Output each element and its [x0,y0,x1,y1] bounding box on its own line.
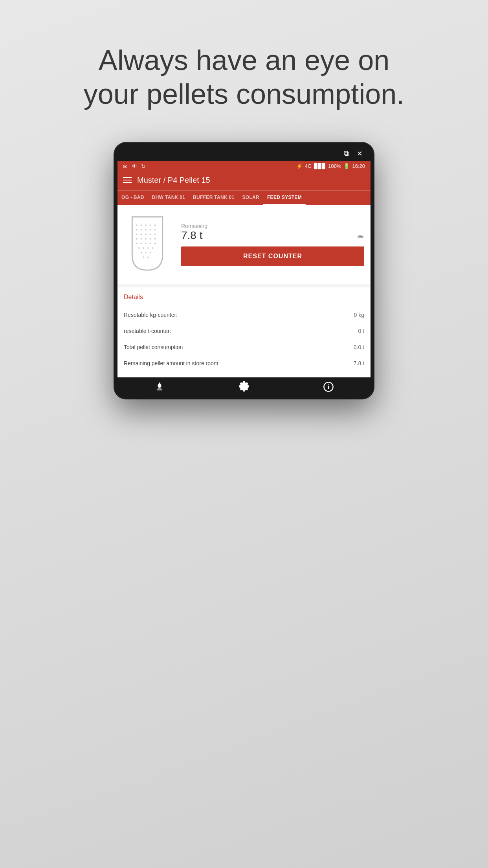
email-notification-icon: ✉ [123,163,128,169]
details-title: Details [124,294,364,301]
svg-rect-12 [145,234,147,235]
svg-rect-11 [141,234,142,235]
svg-rect-10 [136,234,138,235]
total-consumption-label: Total pellet consumption [124,344,341,350]
svg-rect-2 [145,224,147,226]
svg-rect-18 [150,238,151,240]
svg-rect-21 [141,243,142,244]
pellet-section: Remaining 7.8 t ✏ RESET COUNTER [117,205,371,284]
remaining-store-value: 7.8 t [341,360,364,366]
bottom-nav: i [117,377,371,395]
total-consumption-value: 0.0 t [341,344,364,350]
svg-rect-16 [141,238,142,240]
detail-row-total: Total pellet consumption 0.0 t [124,339,364,355]
svg-rect-32 [143,256,144,258]
svg-rect-17 [145,238,147,240]
remaining-value: 7.8 t [181,229,207,242]
details-section: Details Resetable kg-counter: 0 kg reset… [117,287,371,377]
bluetooth-icon: ⚡ [296,163,303,169]
svg-rect-14 [154,234,156,235]
detail-row-t: resetable t-counter: 0 t [124,323,364,339]
device-mockup: ⧉ ✕ ✉ 👁 ↻ ⚡ 4G ▉▉▉ 100% 🔋 16:20 [114,143,374,399]
svg-rect-30 [145,252,147,253]
tab-dhw-tank[interactable]: DHW TANK 01 [148,191,189,205]
svg-rect-24 [154,243,156,244]
external-link-button[interactable]: ⧉ [341,148,352,159]
close-window-button[interactable]: ✕ [354,148,365,159]
eye-icon: 👁 [132,163,137,169]
svg-rect-29 [141,252,142,253]
app-title: Muster / P4 Pellet 15 [137,176,210,185]
svg-rect-23 [150,243,151,244]
status-bar: ✉ 👁 ↻ ⚡ 4G ▉▉▉ 100% 🔋 16:20 [117,161,371,172]
device-top-bar: ⧉ ✕ [117,146,371,161]
svg-rect-22 [145,243,147,244]
tabs-container: OG - BAD DHW TANK 01 BUFFER TANK 01 SOLA… [117,190,371,205]
svg-rect-6 [141,229,142,230]
svg-rect-9 [154,229,156,230]
hamburger-line-2 [123,180,132,180]
app-bar: Muster / P4 Pellet 15 [117,172,371,190]
t-counter-value: 0 t [341,328,364,334]
svg-rect-20 [136,243,138,244]
device-screen: ✉ 👁 ↻ ⚡ 4G ▉▉▉ 100% 🔋 16:20 [117,161,371,395]
network-type: 4G [305,163,312,169]
svg-rect-26 [143,247,144,249]
clock: 16:20 [352,163,365,169]
sync-icon: ↻ [141,163,146,169]
battery-level: 100% [328,163,341,169]
pellet-info: Remaining 7.8 t ✏ RESET COUNTER [181,223,364,266]
detail-row-remaining: Remaining pellet amount in store room 7.… [124,355,364,371]
window-controls: ⧉ ✕ [341,148,365,159]
svg-rect-7 [145,229,147,230]
bottom-nav-settings[interactable] [202,381,286,392]
battery-icon: 🔋 [343,163,350,169]
remaining-label: Remaining [181,223,207,229]
svg-rect-4 [154,224,156,226]
svg-rect-0 [136,224,138,226]
hamburger-line-3 [123,182,132,183]
svg-rect-28 [152,247,154,249]
remaining-store-label: Remaining pellet amount in store room [124,360,341,366]
svg-rect-25 [138,247,140,249]
kg-counter-value: 0 kg [341,312,364,318]
bottom-nav-flame[interactable] [117,381,202,392]
tagline-line1: Always have an eye on [99,44,389,76]
tagline-line2: your pellets consumption. [84,78,404,110]
main-content: Remaining 7.8 t ✏ RESET COUNTER Details … [117,205,371,377]
svg-rect-15 [136,238,138,240]
signal-icon: ▉▉▉ [314,163,326,169]
reset-counter-button[interactable]: RESET COUNTER [181,246,364,266]
svg-rect-5 [136,229,138,230]
hamburger-line-1 [123,177,132,178]
svg-rect-3 [150,224,151,226]
status-right-info: ⚡ 4G ▉▉▉ 100% 🔋 16:20 [296,163,365,169]
pellet-bag-graphic [124,213,175,276]
svg-rect-1 [141,224,142,226]
svg-rect-13 [150,234,151,235]
status-left-icons: ✉ 👁 ↻ [123,163,146,169]
tab-og-bad[interactable]: OG - BAD [117,191,148,205]
menu-button[interactable] [123,177,132,183]
svg-rect-33 [147,256,149,258]
edit-icon[interactable]: ✏ [358,232,364,242]
device-frame: ⧉ ✕ ✉ 👁 ↻ ⚡ 4G ▉▉▉ 100% 🔋 16:20 [114,143,374,399]
svg-rect-19 [154,238,156,240]
t-counter-label: resetable t-counter: [124,328,341,334]
detail-row-kg: Resetable kg-counter: 0 kg [124,307,364,323]
tab-buffer-tank[interactable]: BUFFER TANK 01 [189,191,238,205]
tab-feed-system[interactable]: FEED SYSTEM [263,191,306,205]
tab-solar[interactable]: SOLAR [238,191,263,205]
svg-text:i: i [327,383,329,390]
tagline: Always have an eye on your pellets consu… [0,43,488,111]
svg-rect-31 [150,252,151,253]
kg-counter-label: Resetable kg-counter: [124,312,341,318]
svg-rect-8 [150,229,151,230]
bottom-nav-info[interactable]: i [286,381,371,392]
svg-rect-27 [147,247,149,249]
